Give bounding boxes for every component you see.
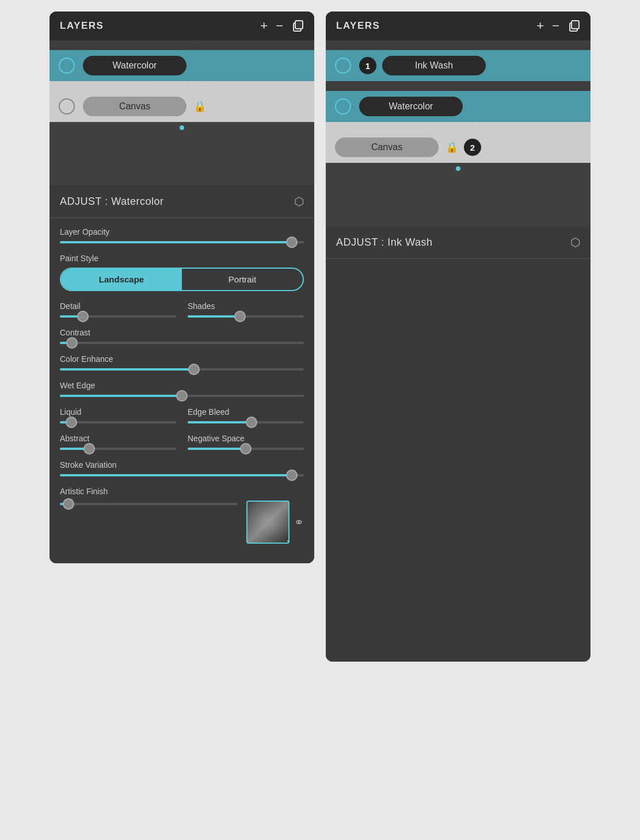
right-layer-circle-watercolor <box>335 98 351 114</box>
left-artistic-finish-thumb[interactable] <box>63 498 74 510</box>
left-contrast-label: Contrast <box>60 328 304 337</box>
left-negative-space-col: Negative Space <box>188 434 304 450</box>
left-color-enhance-label: Color Enhance <box>60 354 304 364</box>
left-layer-row-canvas[interactable]: Canvas 🔒 <box>49 91 314 122</box>
left-color-enhance-thumb[interactable] <box>188 364 200 375</box>
left-adjust-title: ADJUST : Watercolor <box>60 196 164 208</box>
left-layers-actions: + − <box>260 20 304 32</box>
left-shades-slider[interactable] <box>188 315 304 318</box>
left-edge-bleed-fill <box>188 421 252 423</box>
left-preview-dot-indicator <box>180 125 184 130</box>
right-layers-title: LAYERS <box>336 20 380 32</box>
left-paint-style-toggle: Landscape Portrait <box>60 268 304 291</box>
right-layer-row-canvas[interactable]: Canvas 🔒 2 <box>326 132 591 163</box>
left-stroke-variation-fill <box>60 474 292 476</box>
right-duplicate-icon[interactable] <box>567 20 580 32</box>
right-preview-dot <box>326 163 591 171</box>
left-panel: LAYERS + − · · · · · · · · · Watercolor … <box>49 12 314 563</box>
left-artistic-finish-link-icon[interactable]: ⚭ <box>294 516 304 529</box>
left-liquid-thumb[interactable] <box>66 417 77 428</box>
right-layers-header: LAYERS + − <box>326 12 591 40</box>
left-color-enhance-fill <box>60 368 194 371</box>
left-stroke-variation-row: Stroke Variation <box>60 460 304 476</box>
cursor-indicator <box>287 540 289 544</box>
left-shades-label: Shades <box>188 301 304 311</box>
left-layer-opacity-fill <box>60 241 292 243</box>
right-dots-divider-3: · · · · · · · · · <box>326 122 591 132</box>
left-edge-bleed-thumb[interactable] <box>246 417 257 428</box>
left-detail-label: Detail <box>60 301 176 311</box>
left-layer-name-watercolor: Watercolor <box>83 56 186 75</box>
left-artistic-finish-texture[interactable] <box>246 501 289 544</box>
right-controls-area <box>326 259 591 662</box>
left-paint-style-landscape[interactable]: Landscape <box>61 269 182 290</box>
right-dots-divider-1: · · · · · · · · · <box>326 40 591 50</box>
right-panel: LAYERS + − · · · · · · · · · 1 Ink Wash … <box>326 12 591 662</box>
left-negative-space-slider[interactable] <box>188 448 304 450</box>
right-preview-dot-indicator <box>456 166 460 171</box>
left-artistic-finish-content: ⚭ <box>60 501 304 544</box>
left-abstract-label: Abstract <box>60 434 176 443</box>
left-liquid-label: Liquid <box>60 407 176 417</box>
left-controls-area: Layer Opacity Paint Style Landscape Port… <box>49 218 314 563</box>
right-layer-name-watercolor: Watercolor <box>359 97 463 116</box>
right-layer-name-canvas: Canvas <box>335 138 439 157</box>
left-liquid-slider[interactable] <box>60 421 176 423</box>
left-wet-edge-thumb[interactable] <box>176 390 188 402</box>
left-contrast-slider[interactable] <box>60 342 304 344</box>
left-abstract-col: Abstract <box>60 434 176 450</box>
left-artistic-finish-thumb-area: ⚭ <box>246 501 304 544</box>
left-edge-bleed-col: Edge Bleed <box>188 407 304 423</box>
left-detail-shades-row: Detail Shades <box>60 301 304 318</box>
left-abstract-negspace-row: Abstract Negative Space <box>60 434 304 450</box>
left-paint-style-portrait[interactable]: Portrait <box>182 269 303 290</box>
right-preview-area <box>326 163 591 226</box>
left-add-layer-button[interactable]: + <box>260 20 268 32</box>
left-preview-dot <box>49 122 314 130</box>
left-duplicate-icon[interactable] <box>291 20 304 32</box>
left-contrast-thumb[interactable] <box>66 337 78 349</box>
left-wet-edge-slider[interactable] <box>60 395 304 397</box>
right-layer-badge-1: 1 <box>359 57 376 74</box>
left-stroke-variation-slider[interactable] <box>60 474 304 476</box>
left-artistic-finish-row: Artistic Finish ⚭ <box>60 487 304 544</box>
left-artistic-finish-slider[interactable] <box>60 503 237 505</box>
left-artistic-finish-slider-area <box>60 501 237 505</box>
left-edge-bleed-slider[interactable] <box>188 421 304 423</box>
left-dots-divider-2: · · · · · · · · · <box>49 81 314 91</box>
left-stroke-variation-thumb[interactable] <box>286 469 298 481</box>
left-layer-opacity-row: Layer Opacity <box>60 227 304 243</box>
left-negative-space-label: Negative Space <box>188 434 304 443</box>
right-layer-row-watercolor[interactable]: Watercolor <box>326 91 591 122</box>
left-color-enhance-row: Color Enhance <box>60 354 304 371</box>
left-layer-row-watercolor[interactable]: Watercolor <box>49 50 314 81</box>
left-edge-bleed-label: Edge Bleed <box>188 407 304 417</box>
left-detail-thumb[interactable] <box>77 311 89 322</box>
left-shades-col: Shades <box>188 301 304 318</box>
left-settings-icon[interactable]: ⬡ <box>294 194 304 208</box>
left-liquid-col: Liquid <box>60 407 176 423</box>
left-liquid-edgebleed-row: Liquid Edge Bleed <box>60 407 304 423</box>
right-settings-icon[interactable]: ⬡ <box>570 235 580 249</box>
left-detail-slider[interactable] <box>60 315 176 318</box>
left-abstract-slider[interactable] <box>60 448 176 450</box>
left-abstract-thumb[interactable] <box>83 443 95 455</box>
left-detail-col: Detail <box>60 301 176 318</box>
right-layer-circle-inkwash <box>335 58 351 74</box>
right-add-layer-button[interactable]: + <box>536 20 544 32</box>
left-layer-opacity-thumb[interactable] <box>286 236 298 248</box>
left-shades-fill <box>188 315 240 318</box>
left-shades-thumb[interactable] <box>234 311 246 322</box>
right-remove-layer-button[interactable]: − <box>552 20 559 32</box>
left-layer-lock-icon: 🔒 <box>193 100 206 113</box>
left-remove-layer-button[interactable]: − <box>276 20 283 32</box>
left-layer-circle-watercolor <box>59 58 75 74</box>
left-layer-opacity-slider[interactable] <box>60 241 304 243</box>
left-color-enhance-slider[interactable] <box>60 368 304 371</box>
left-paint-style-row: Paint Style Landscape Portrait <box>60 254 304 291</box>
left-wet-edge-label: Wet Edge <box>60 381 304 390</box>
left-negative-space-thumb[interactable] <box>240 443 252 455</box>
left-adjust-header: ADJUST : Watercolor ⬡ <box>49 185 314 218</box>
right-layer-name-inkwash: Ink Wash <box>382 56 486 75</box>
right-layer-row-inkwash[interactable]: 1 Ink Wash <box>326 50 591 81</box>
